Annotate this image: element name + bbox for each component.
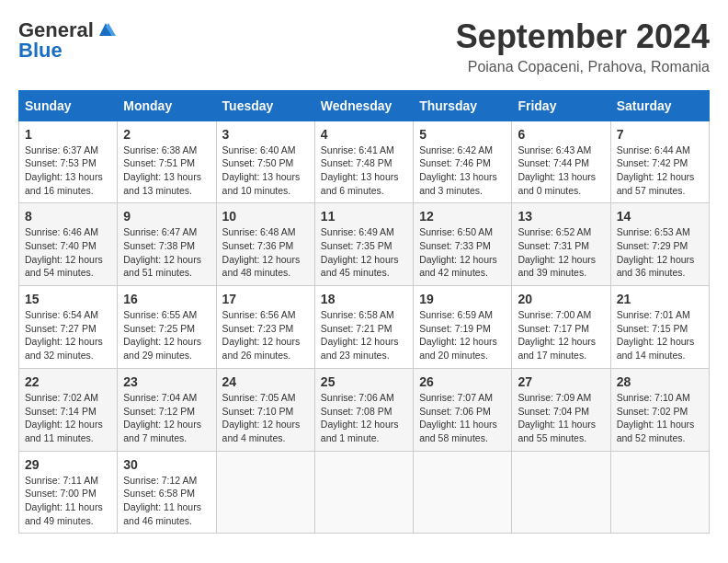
day-number: 16 bbox=[123, 292, 210, 306]
day-number: 20 bbox=[518, 292, 604, 306]
day-header-monday: Monday bbox=[118, 90, 216, 121]
day-number: 15 bbox=[25, 292, 111, 306]
calendar-week-row: 15Sunrise: 6:54 AMSunset: 7:27 PMDayligh… bbox=[19, 286, 710, 369]
day-header-thursday: Thursday bbox=[414, 90, 512, 121]
day-number: 5 bbox=[419, 127, 506, 142]
day-info: Sunrise: 6:59 AMSunset: 7:19 PMDaylight:… bbox=[419, 308, 506, 362]
day-info: Sunrise: 6:54 AMSunset: 7:27 PMDaylight:… bbox=[25, 308, 111, 362]
calendar-week-row: 8Sunrise: 6:46 AMSunset: 7:40 PMDaylight… bbox=[19, 203, 710, 286]
logo: General Blue bbox=[18, 18, 116, 63]
calendar-table: SundayMondayTuesdayWednesdayThursdayFrid… bbox=[18, 90, 710, 534]
calendar-cell: 24Sunrise: 7:05 AMSunset: 7:10 PMDayligh… bbox=[216, 368, 314, 451]
day-number: 6 bbox=[518, 127, 604, 142]
calendar-cell: 18Sunrise: 6:58 AMSunset: 7:21 PMDayligh… bbox=[314, 286, 413, 369]
calendar-cell: 23Sunrise: 7:04 AMSunset: 7:12 PMDayligh… bbox=[118, 368, 216, 451]
day-info: Sunrise: 6:52 AMSunset: 7:31 PMDaylight:… bbox=[518, 225, 604, 280]
day-info: Sunrise: 6:43 AMSunset: 7:44 PMDaylight:… bbox=[518, 144, 604, 198]
calendar-cell: 6Sunrise: 6:43 AMSunset: 7:44 PMDaylight… bbox=[512, 121, 610, 203]
day-number: 14 bbox=[617, 209, 703, 224]
calendar-cell: 27Sunrise: 7:09 AMSunset: 7:04 PMDayligh… bbox=[512, 368, 610, 451]
day-number: 13 bbox=[518, 209, 604, 224]
day-info: Sunrise: 6:47 AMSunset: 7:38 PMDaylight:… bbox=[123, 225, 210, 280]
day-info: Sunrise: 6:56 AMSunset: 7:23 PMDaylight:… bbox=[222, 308, 309, 362]
day-info: Sunrise: 7:06 AMSunset: 7:08 PMDaylight:… bbox=[321, 391, 407, 445]
calendar-cell bbox=[314, 451, 413, 534]
calendar-cell: 14Sunrise: 6:53 AMSunset: 7:29 PMDayligh… bbox=[610, 203, 709, 286]
day-info: Sunrise: 7:11 AMSunset: 7:00 PMDaylight:… bbox=[25, 474, 111, 528]
day-info: Sunrise: 6:40 AMSunset: 7:50 PMDaylight:… bbox=[222, 144, 309, 198]
day-header-saturday: Saturday bbox=[610, 90, 709, 121]
calendar-cell bbox=[414, 451, 512, 534]
day-number: 9 bbox=[123, 209, 210, 224]
calendar-cell: 1Sunrise: 6:37 AMSunset: 7:53 PMDaylight… bbox=[19, 121, 118, 203]
calendar-cell: 22Sunrise: 7:02 AMSunset: 7:14 PMDayligh… bbox=[19, 368, 118, 451]
month-title: September 2024 bbox=[456, 18, 710, 55]
location-title: Poiana Copaceni, Prahova, Romania bbox=[456, 59, 710, 75]
day-number: 19 bbox=[419, 292, 506, 306]
calendar-cell: 12Sunrise: 6:50 AMSunset: 7:33 PMDayligh… bbox=[414, 203, 512, 286]
day-number: 21 bbox=[617, 292, 703, 306]
calendar-cell: 15Sunrise: 6:54 AMSunset: 7:27 PMDayligh… bbox=[19, 286, 118, 369]
day-header-friday: Friday bbox=[512, 90, 610, 121]
day-number: 1 bbox=[25, 127, 111, 142]
day-number: 30 bbox=[123, 457, 210, 472]
day-info: Sunrise: 7:10 AMSunset: 7:02 PMDaylight:… bbox=[617, 391, 703, 445]
day-info: Sunrise: 6:42 AMSunset: 7:46 PMDaylight:… bbox=[419, 144, 506, 198]
day-number: 7 bbox=[617, 127, 703, 142]
day-number: 25 bbox=[321, 374, 407, 389]
calendar-cell: 16Sunrise: 6:55 AMSunset: 7:25 PMDayligh… bbox=[118, 286, 216, 369]
day-number: 2 bbox=[123, 127, 210, 142]
calendar-cell: 5Sunrise: 6:42 AMSunset: 7:46 PMDaylight… bbox=[414, 121, 512, 203]
day-info: Sunrise: 7:04 AMSunset: 7:12 PMDaylight:… bbox=[123, 391, 210, 445]
day-number: 26 bbox=[419, 374, 506, 389]
title-area: September 2024 Poiana Copaceni, Prahova,… bbox=[456, 18, 710, 75]
calendar-cell bbox=[216, 451, 314, 534]
calendar-cell: 19Sunrise: 6:59 AMSunset: 7:19 PMDayligh… bbox=[414, 286, 512, 369]
day-info: Sunrise: 6:49 AMSunset: 7:35 PMDaylight:… bbox=[321, 225, 407, 280]
day-header-tuesday: Tuesday bbox=[216, 90, 314, 121]
day-number: 11 bbox=[321, 209, 407, 224]
calendar-cell: 10Sunrise: 6:48 AMSunset: 7:36 PMDayligh… bbox=[216, 203, 314, 286]
day-info: Sunrise: 7:00 AMSunset: 7:17 PMDaylight:… bbox=[518, 308, 604, 362]
calendar-cell: 11Sunrise: 6:49 AMSunset: 7:35 PMDayligh… bbox=[314, 203, 413, 286]
calendar-week-row: 22Sunrise: 7:02 AMSunset: 7:14 PMDayligh… bbox=[19, 368, 710, 451]
day-number: 28 bbox=[617, 374, 703, 389]
logo-blue: Blue bbox=[18, 39, 63, 63]
calendar-cell: 8Sunrise: 6:46 AMSunset: 7:40 PMDaylight… bbox=[19, 203, 118, 286]
day-info: Sunrise: 6:48 AMSunset: 7:36 PMDaylight:… bbox=[222, 225, 309, 280]
day-number: 3 bbox=[222, 127, 309, 142]
day-info: Sunrise: 7:12 AMSunset: 6:58 PMDaylight:… bbox=[123, 474, 210, 528]
day-info: Sunrise: 7:09 AMSunset: 7:04 PMDaylight:… bbox=[518, 391, 604, 445]
day-info: Sunrise: 6:37 AMSunset: 7:53 PMDaylight:… bbox=[25, 144, 111, 198]
day-info: Sunrise: 6:41 AMSunset: 7:48 PMDaylight:… bbox=[321, 144, 407, 198]
day-info: Sunrise: 7:02 AMSunset: 7:14 PMDaylight:… bbox=[25, 391, 111, 445]
calendar-cell: 4Sunrise: 6:41 AMSunset: 7:48 PMDaylight… bbox=[314, 121, 413, 203]
calendar-cell: 2Sunrise: 6:38 AMSunset: 7:51 PMDaylight… bbox=[118, 121, 216, 203]
day-number: 23 bbox=[123, 374, 210, 389]
calendar-week-row: 1Sunrise: 6:37 AMSunset: 7:53 PMDaylight… bbox=[19, 121, 710, 203]
calendar-cell: 3Sunrise: 6:40 AMSunset: 7:50 PMDaylight… bbox=[216, 121, 314, 203]
calendar-cell: 26Sunrise: 7:07 AMSunset: 7:06 PMDayligh… bbox=[414, 368, 512, 451]
calendar-cell: 20Sunrise: 7:00 AMSunset: 7:17 PMDayligh… bbox=[512, 286, 610, 369]
day-info: Sunrise: 7:01 AMSunset: 7:15 PMDaylight:… bbox=[617, 308, 703, 362]
calendar-header-row: SundayMondayTuesdayWednesdayThursdayFrid… bbox=[19, 90, 710, 121]
day-number: 4 bbox=[321, 127, 407, 142]
day-info: Sunrise: 6:55 AMSunset: 7:25 PMDaylight:… bbox=[123, 308, 210, 362]
day-number: 8 bbox=[25, 209, 111, 224]
calendar-cell bbox=[512, 451, 610, 534]
calendar-week-row: 29Sunrise: 7:11 AMSunset: 7:00 PMDayligh… bbox=[19, 451, 710, 534]
day-number: 17 bbox=[222, 292, 309, 306]
day-number: 29 bbox=[25, 457, 111, 472]
calendar-cell: 30Sunrise: 7:12 AMSunset: 6:58 PMDayligh… bbox=[118, 451, 216, 534]
calendar-cell: 21Sunrise: 7:01 AMSunset: 7:15 PMDayligh… bbox=[610, 286, 709, 369]
calendar-cell: 17Sunrise: 6:56 AMSunset: 7:23 PMDayligh… bbox=[216, 286, 314, 369]
day-number: 24 bbox=[222, 374, 309, 389]
calendar-cell: 29Sunrise: 7:11 AMSunset: 7:00 PMDayligh… bbox=[19, 451, 118, 534]
logo-icon bbox=[96, 19, 116, 40]
day-header-sunday: Sunday bbox=[19, 90, 118, 121]
day-info: Sunrise: 6:46 AMSunset: 7:40 PMDaylight:… bbox=[25, 225, 111, 280]
day-header-wednesday: Wednesday bbox=[314, 90, 413, 121]
calendar-cell: 13Sunrise: 6:52 AMSunset: 7:31 PMDayligh… bbox=[512, 203, 610, 286]
day-number: 27 bbox=[518, 374, 604, 389]
day-number: 18 bbox=[321, 292, 407, 306]
